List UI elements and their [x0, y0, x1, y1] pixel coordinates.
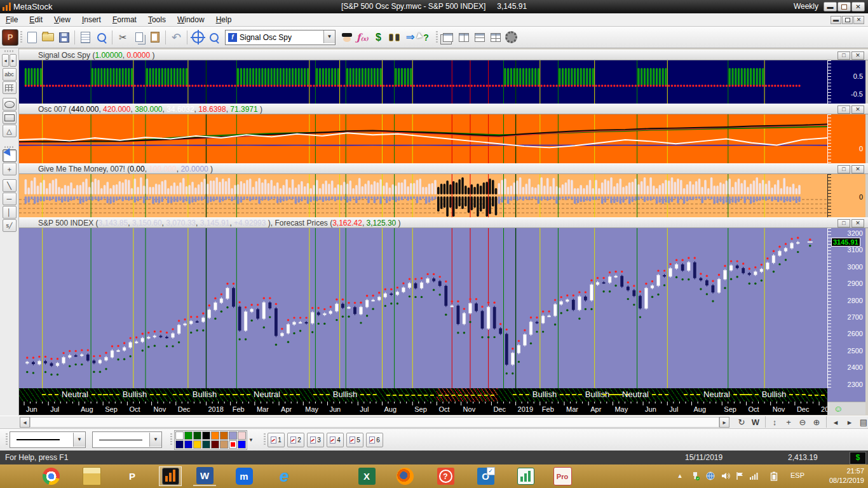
indicator-builder-button[interactable]: ƒ(x) — [355, 29, 370, 45]
hscroll-track[interactable] — [30, 417, 719, 428]
taskbar-app-excel[interactable]: X — [355, 466, 378, 486]
tile-horizontal-button[interactable] — [471, 29, 487, 45]
open-button[interactable] — [40, 29, 56, 45]
taskbar-app-metastock[interactable] — [159, 466, 182, 486]
print-button[interactable] — [78, 29, 93, 45]
layout-button-1[interactable]: 1 — [268, 433, 285, 447]
menu-item-insert[interactable]: Insert — [76, 13, 107, 24]
ellipse-tool-button[interactable] — [3, 98, 17, 111]
panel-restore-button-money[interactable]: □ — [837, 165, 850, 173]
expert-advisor-button[interactable] — [339, 29, 355, 45]
toolbar-grip[interactable] — [20, 31, 22, 44]
line-weight-combobox[interactable]: ▼ — [92, 431, 162, 448]
menu-item-tools[interactable]: Tools — [142, 13, 172, 24]
line-style-combobox[interactable]: ▼ — [10, 431, 86, 448]
print-preview-button[interactable] — [93, 29, 109, 45]
close-button[interactable]: ✕ — [851, 2, 865, 11]
zoom-button[interactable] — [206, 29, 222, 45]
restore-button[interactable] — [837, 2, 851, 11]
forecaster-button[interactable]: ⇒ — [402, 29, 418, 45]
rectangle-tool-button[interactable] — [3, 111, 17, 124]
scrolltool-zoom-in[interactable]: ⊕ — [810, 416, 824, 428]
color-swatch[interactable] — [229, 440, 237, 449]
panel-close-button-price[interactable]: ✕ — [851, 219, 864, 227]
trendline-tool-button[interactable]: ╲ — [3, 179, 17, 192]
explorer-button[interactable] — [386, 29, 402, 45]
scrolltool-list-menu[interactable]: ▤ — [857, 416, 868, 428]
battery-icon[interactable] — [769, 471, 779, 481]
layout-button-2[interactable]: 2 — [287, 433, 304, 447]
system-tester-button[interactable]: $ — [370, 29, 386, 45]
layout-button-6[interactable]: 6 — [366, 433, 383, 447]
taskbar-app-outlook[interactable]: O — [474, 466, 497, 486]
taskbar-app-project[interactable] — [514, 466, 537, 486]
color-swatch[interactable] — [211, 431, 219, 440]
grid-tool-button[interactable] — [3, 81, 17, 94]
panel-restore-button-osc[interactable]: □ — [837, 105, 850, 114]
language-indicator[interactable]: ESP — [790, 471, 804, 479]
taskbar-app-powerpoint[interactable]: P — [121, 466, 144, 486]
taskbar-app-word[interactable]: W — [193, 466, 216, 486]
scrolltool-resize-vertical[interactable]: ↕ — [768, 416, 782, 428]
app-icon[interactable]: P — [2, 29, 18, 46]
scroll-left-button[interactable]: ◂ — [2, 54, 9, 67]
indicator-combobox[interactable]: f Signal Osc Spy ▼ — [225, 30, 336, 45]
cascade-windows-button[interactable] — [440, 29, 456, 45]
options-button[interactable] — [503, 29, 519, 45]
child-restore-button[interactable] — [842, 16, 853, 24]
triangle-tool-button[interactable]: △ — [3, 125, 17, 137]
color-swatch[interactable] — [238, 440, 246, 449]
layout-button-5[interactable]: 5 — [346, 433, 363, 447]
color-swatch[interactable] — [175, 440, 184, 449]
color-swatch[interactable] — [184, 431, 193, 440]
scrolltool-next[interactable]: ▸ — [843, 416, 857, 428]
menu-item-file[interactable]: File — [0, 13, 24, 24]
menu-item-view[interactable]: View — [48, 13, 76, 24]
palette-dropdown-arrow[interactable]: ▼ — [247, 431, 255, 449]
scrolltool-w-weekly[interactable]: W — [749, 416, 763, 428]
scrolltool-move-all[interactable]: + — [782, 416, 796, 428]
panel-body-signal[interactable] — [19, 60, 827, 104]
copy-button[interactable] — [131, 29, 147, 45]
horizontal-line-tool-button[interactable]: ─ — [3, 193, 17, 205]
taskbar-app-firefox[interactable] — [393, 466, 416, 486]
minimize-button[interactable]: ▬ — [824, 2, 837, 11]
menu-item-format[interactable]: Format — [107, 13, 142, 24]
panel-body-money[interactable] — [19, 174, 827, 217]
panel-close-button-osc[interactable]: ✕ — [851, 105, 864, 114]
tile-quad-button[interactable] — [487, 29, 503, 45]
combobox-dropdown-arrow[interactable]: ▼ — [323, 30, 335, 43]
color-swatch[interactable] — [229, 431, 237, 440]
panel-close-button-signal[interactable]: ✕ — [851, 51, 864, 60]
toolbar-grip[interactable] — [6, 433, 8, 446]
taskbar-app-explorer[interactable] — [80, 466, 103, 486]
pointer-tool-button[interactable] — [3, 149, 17, 162]
menu-item-edit[interactable]: Edit — [24, 13, 48, 24]
taskbar-app-help[interactable]: ? — [434, 466, 457, 486]
vertical-line-tool-button[interactable]: │ — [3, 206, 17, 219]
save-button[interactable] — [56, 29, 72, 45]
crosshair-tool-button[interactable]: ＋ — [3, 163, 17, 175]
child-close-button[interactable]: ✕ — [853, 16, 864, 24]
toolbar-grip[interactable] — [170, 433, 172, 446]
taskbar-app-ie[interactable]: e — [273, 466, 295, 486]
panel-restore-button-price[interactable]: □ — [837, 219, 850, 227]
color-swatch[interactable] — [220, 431, 228, 440]
tile-vertical-button[interactable] — [456, 29, 471, 45]
toolbar-grip[interactable] — [264, 433, 266, 446]
line-style-dropdown-arrow[interactable]: ▼ — [73, 433, 85, 447]
layout-button-3[interactable]: 3 — [307, 433, 324, 447]
child-minimize-button[interactable]: ▬ — [831, 16, 841, 24]
taskbar-clock[interactable]: 21:57 08/12/2019 — [829, 466, 864, 485]
cut-button[interactable]: ✂ — [115, 29, 131, 45]
taskbar-app-pro[interactable]: Pro — [551, 466, 574, 486]
scrolltool-zoom-out[interactable]: ⊖ — [796, 416, 810, 428]
panel-body-osc[interactable] — [19, 114, 827, 163]
context-help-button[interactable]: ? — [418, 29, 434, 45]
hscroll-right-arrow[interactable]: ▸ — [719, 417, 729, 428]
scroll-right-button[interactable]: ▸ — [10, 54, 17, 67]
taskbar-app-maxthon[interactable]: m — [233, 466, 255, 486]
layout-button-4[interactable]: 4 — [327, 433, 344, 447]
color-swatch[interactable] — [175, 431, 184, 440]
color-swatch[interactable] — [211, 440, 219, 449]
